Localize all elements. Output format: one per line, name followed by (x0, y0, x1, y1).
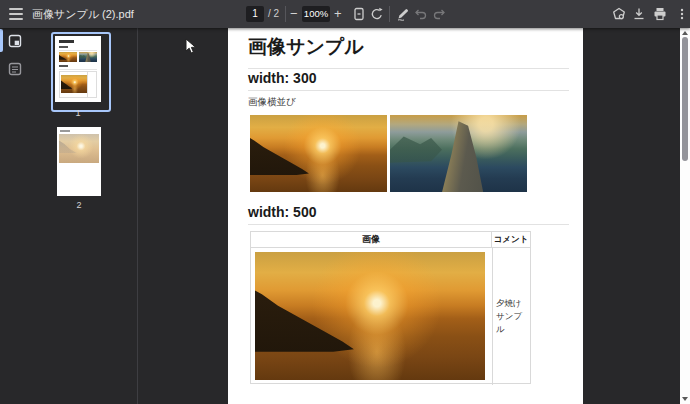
sunset-photo (250, 115, 387, 192)
scroll-up-arrow[interactable] (682, 31, 688, 35)
doc-table: 画像 コメント 夕焼け サンプル (250, 231, 531, 384)
thumbnails-view-icon[interactable] (8, 34, 22, 48)
panel-divider (137, 28, 138, 404)
active-panel-indicator (0, 29, 3, 52)
table-header-comment: コメント (491, 232, 530, 247)
page-number-input[interactable]: 1 (246, 6, 264, 22)
pdf-viewer-app: 画像サンプル (2).pdf 1 / 2 − 100% + (0, 0, 690, 404)
document-filename: 画像サンプル (2).pdf (32, 0, 134, 28)
table-header-image: 画像 (251, 232, 491, 247)
image-row (250, 115, 527, 192)
zoom-out-button[interactable]: − (290, 0, 298, 28)
sunset-photo-large (255, 252, 485, 380)
rotate-icon[interactable] (370, 7, 384, 21)
doc-heading-width-300: width: 300 (248, 70, 569, 91)
thumb-sunset-image (59, 52, 77, 62)
table-body-row: 夕焼け サンプル (251, 248, 530, 385)
vertical-scrollbar[interactable] (680, 28, 690, 404)
annotate-pen-icon[interactable] (396, 7, 410, 21)
thumbnail-1-label: 1 (50, 108, 106, 118)
table-header-row: 画像 コメント (251, 232, 530, 248)
scrollbar-thumb[interactable] (682, 37, 688, 161)
comment-line-2: サンプル (496, 310, 530, 336)
thumb2-faded-image (59, 134, 99, 163)
undo-icon[interactable] (414, 7, 428, 21)
toolbar-separator (285, 6, 286, 22)
pdf-page-1: 画像サンプル width: 300 画像横並び width: 500 画像 コメ… (228, 28, 583, 404)
download-icon[interactable] (632, 7, 646, 21)
doc-heading-width-500: width: 500 (248, 204, 569, 225)
thumbnail-page-2[interactable] (57, 127, 101, 196)
present-icon[interactable] (612, 7, 626, 21)
thumbnail-page-1[interactable] (51, 32, 111, 112)
redo-icon[interactable] (432, 7, 446, 21)
fit-to-page-icon[interactable] (352, 7, 366, 21)
table-cell-image (251, 248, 492, 385)
outline-view-icon[interactable] (8, 62, 22, 76)
thumb-table-image (61, 75, 87, 93)
print-icon[interactable] (653, 7, 667, 21)
toolbar: 画像サンプル (2).pdf 1 / 2 − 100% + (0, 0, 690, 28)
toolbar-separator (389, 6, 390, 22)
doc-title: 画像サンプル (248, 34, 569, 69)
menu-icon[interactable] (9, 8, 23, 20)
scroll-down-arrow[interactable] (682, 397, 688, 401)
thumb-mountain-image (79, 52, 97, 62)
doc-caption: 画像横並び (248, 96, 296, 109)
table-cell-comment: 夕焼け サンプル (492, 248, 530, 385)
zoom-level-input[interactable]: 100% (302, 6, 330, 22)
mouse-cursor (185, 38, 197, 59)
thumbnail-2-label: 2 (51, 200, 107, 210)
thumbnail-page-1-preview (55, 36, 101, 102)
mountain-photo (390, 115, 527, 192)
zoom-in-button[interactable]: + (334, 0, 342, 28)
more-options-icon[interactable] (677, 7, 687, 21)
comment-line-1: 夕焼け (496, 297, 530, 310)
page-total-label: / 2 (268, 0, 279, 28)
